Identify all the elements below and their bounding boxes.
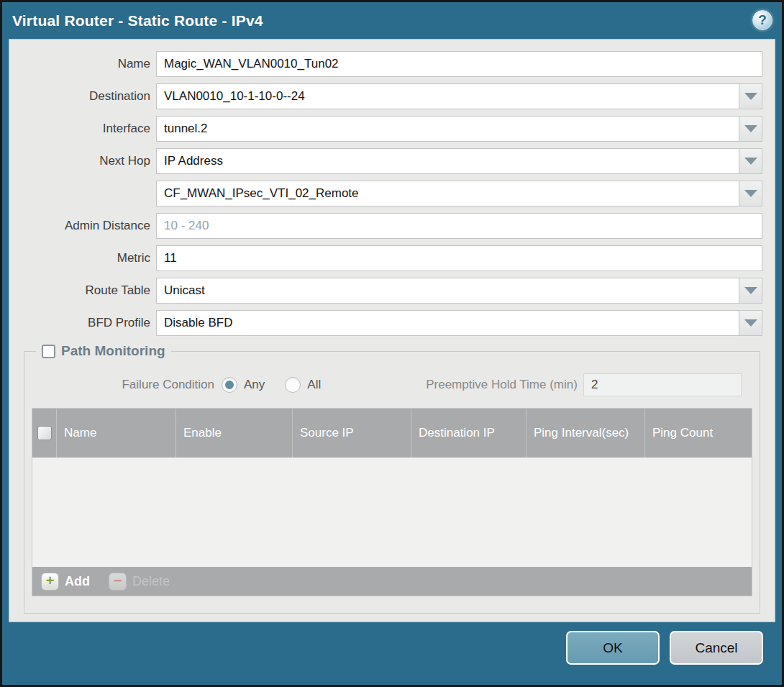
next-hop-address-input[interactable] <box>156 181 739 206</box>
dialog-footer: OK Cancel <box>2 622 782 685</box>
table-body-empty <box>32 458 752 567</box>
column-header-destination-ip[interactable]: Destination IP <box>411 409 527 458</box>
route-table-input[interactable] <box>156 278 739 304</box>
column-header-ping-count[interactable]: Ping Count <box>645 409 752 458</box>
path-monitoring-legend: Path Monitoring <box>36 343 171 359</box>
admin-distance-label: Admin Distance <box>9 219 150 233</box>
column-header-name[interactable]: Name <box>57 409 176 458</box>
interface-input[interactable] <box>156 116 739 142</box>
form-row-next-hop: Next Hop <box>9 148 762 174</box>
interface-label: Interface <box>9 122 150 136</box>
metric-label: Metric <box>9 251 150 265</box>
interface-dropdown-button[interactable] <box>739 116 762 142</box>
form-row-admin-distance: Admin Distance <box>9 213 762 239</box>
delete-minus-icon: − <box>109 573 127 591</box>
dialog-title: Virtual Router - Static Route - IPv4 <box>12 12 263 29</box>
destination-dropdown-button[interactable] <box>739 83 762 109</box>
route-table-label: Route Table <box>9 283 150 298</box>
dialog-content: Name Destination Interface <box>9 39 775 622</box>
radio-all-label: All <box>307 378 321 392</box>
form-row-interface: Interface <box>9 116 762 142</box>
ok-button[interactable]: OK <box>566 631 660 665</box>
form-row-route-table: Route Table <box>9 278 762 304</box>
route-table-dropdown-button[interactable] <box>739 278 762 304</box>
next-hop-label: Next Hop <box>9 154 150 168</box>
radio-dot <box>225 381 234 389</box>
table-toolbar: + Add − Delete <box>32 567 752 596</box>
path-monitoring-checkbox[interactable] <box>42 345 55 358</box>
preemptive-hold-time-label: Preemptive Hold Time (min) <box>426 378 578 392</box>
delete-button[interactable]: − Delete <box>109 573 170 591</box>
failure-condition-row: Failure Condition Any All Preemptive Hol… <box>32 373 752 396</box>
radio-any[interactable] <box>222 377 237 393</box>
chevron-down-icon <box>744 158 757 165</box>
select-all-column <box>32 409 57 458</box>
column-header-ping-interval[interactable]: Ping Interval(sec) <box>527 409 645 458</box>
form-row-metric: Metric <box>9 245 762 271</box>
path-monitoring-section: Path Monitoring Failure Condition Any Al… <box>24 343 760 614</box>
chevron-down-icon <box>744 319 757 327</box>
destination-label: Destination <box>9 89 150 104</box>
chevron-down-icon <box>744 287 757 294</box>
table-header-row: Name Enable Source IP Destination IP Pin… <box>32 409 752 458</box>
column-header-enable[interactable]: Enable <box>176 409 293 458</box>
form-row-next-hop-address <box>9 181 762 206</box>
dialog-titlebar: Virtual Router - Static Route - IPv4 ? <box>2 2 782 39</box>
radio-all[interactable] <box>285 377 301 393</box>
form-row-bfd-profile: BFD Profile <box>9 310 762 336</box>
help-icon[interactable]: ? <box>752 10 772 30</box>
admin-distance-input[interactable] <box>156 213 762 239</box>
select-all-checkbox[interactable] <box>37 426 52 440</box>
preemptive-hold-time-input[interactable] <box>583 373 742 396</box>
failure-condition-all-option[interactable]: All <box>285 377 321 393</box>
next-hop-address-dropdown-button[interactable] <box>739 181 762 206</box>
next-hop-type-dropdown-button[interactable] <box>739 148 762 174</box>
failure-condition-any-option[interactable]: Any <box>222 377 265 393</box>
add-button-label: Add <box>65 574 90 589</box>
delete-button-label: Delete <box>132 574 170 589</box>
form-row-destination: Destination <box>9 83 762 109</box>
bfd-profile-input[interactable] <box>156 310 739 336</box>
radio-any-label: Any <box>244 378 265 392</box>
bfd-profile-dropdown-button[interactable] <box>739 310 762 336</box>
add-button[interactable]: + Add <box>41 573 90 591</box>
chevron-down-icon <box>744 125 757 132</box>
path-monitoring-label: Path Monitoring <box>61 343 165 359</box>
path-monitoring-table: Name Enable Source IP Destination IP Pin… <box>32 408 752 596</box>
add-plus-icon: + <box>41 573 59 591</box>
column-header-source-ip[interactable]: Source IP <box>293 409 411 458</box>
next-hop-type-input[interactable] <box>156 148 739 174</box>
cancel-button[interactable]: Cancel <box>670 631 763 665</box>
chevron-down-icon <box>744 190 757 197</box>
failure-condition-label: Failure Condition <box>32 378 214 392</box>
form-row-name: Name <box>9 51 762 77</box>
metric-input[interactable] <box>156 245 762 271</box>
name-label: Name <box>9 57 150 71</box>
name-input[interactable] <box>156 51 762 77</box>
destination-input[interactable] <box>156 83 739 109</box>
static-route-dialog: Virtual Router - Static Route - IPv4 ? N… <box>0 0 784 687</box>
bfd-profile-label: BFD Profile <box>9 316 150 330</box>
chevron-down-icon <box>744 93 757 100</box>
